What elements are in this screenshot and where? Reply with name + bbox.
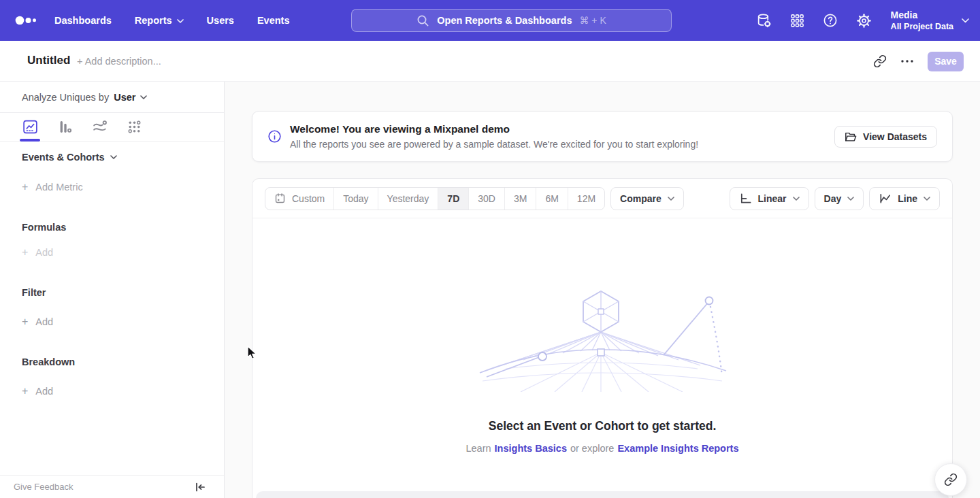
data-connections-icon[interactable]	[755, 12, 772, 29]
date-range-6m[interactable]: 6M	[536, 188, 567, 210]
settings-gear-icon[interactable]	[855, 12, 872, 29]
example-insights-reports-link[interactable]: Example Insights Reports	[617, 443, 738, 454]
chevron-down-icon	[140, 95, 147, 99]
linear-axis-icon	[739, 192, 752, 205]
date-range-segmented-control: Custom Today Yesterday 7D 30D 3M 6M 12M	[265, 187, 605, 210]
date-range-7d[interactable]: 7D	[438, 188, 468, 210]
chevron-down-icon	[177, 19, 184, 23]
nav-item-dashboards[interactable]: Dashboards	[54, 15, 112, 26]
line-chart-icon	[879, 192, 892, 205]
save-button[interactable]: Save	[928, 52, 964, 71]
chevron-down-icon	[110, 155, 117, 159]
events-cohorts-section: Events & Cohorts	[22, 152, 117, 163]
share-link-fab[interactable]	[934, 463, 967, 496]
apps-grid-icon[interactable]	[789, 13, 805, 29]
give-feedback-link[interactable]: Give Feedback	[14, 482, 73, 492]
report-title[interactable]: Untitled	[27, 54, 70, 67]
search-icon	[416, 14, 429, 27]
date-range-yesterday[interactable]: Yesterday	[378, 188, 438, 210]
empty-state-heading: Select an Event or Cohort to get started…	[489, 419, 717, 433]
insights-report-panel: Custom Today Yesterday 7D 30D 3M 6M 12M …	[252, 178, 953, 498]
add-formula-button[interactable]: + Add	[22, 246, 53, 259]
empty-state: Select an Event or Cohort to get started…	[252, 290, 952, 454]
chart-toolbar: Custom Today Yesterday 7D 30D 3M 6M 12M …	[252, 179, 952, 218]
nav-item-users[interactable]: Users	[207, 15, 234, 26]
formulas-section: Formulas	[22, 222, 66, 233]
top-navbar: Dashboards Reports Users Events Open Rep…	[0, 0, 980, 41]
sidebar-footer: Give Feedback	[0, 475, 224, 498]
project-switcher[interactable]: Media All Project Data	[891, 9, 969, 32]
mixpanel-logo-icon[interactable]	[15, 15, 38, 26]
formulas-header: Formulas	[22, 222, 66, 233]
query-builder-sidebar: Analyze Uniques by User	[0, 82, 225, 498]
collapse-sidebar-icon[interactable]	[195, 482, 206, 493]
date-range-custom[interactable]: Custom	[265, 188, 333, 210]
events-cohorts-header[interactable]: Events & Cohorts	[22, 152, 117, 163]
search-shortcut: ⌘ + K	[579, 15, 606, 26]
banner-title: Welcome! You are viewing a Mixpanel demo	[290, 123, 698, 135]
compare-button[interactable]: Compare	[610, 187, 684, 210]
filter-section: Filter	[22, 287, 46, 298]
date-range-today[interactable]: Today	[333, 188, 377, 210]
search-placeholder: Open Reports & Dashboards	[437, 15, 572, 26]
date-range-3m[interactable]: 3M	[504, 188, 536, 210]
breakdown-header: Breakdown	[22, 356, 75, 367]
help-icon[interactable]	[822, 12, 838, 29]
nav-right-group: Media All Project Data	[755, 0, 969, 41]
analyze-uniques-selector[interactable]: Analyze Uniques by User	[0, 82, 224, 113]
analyze-by-value: User	[114, 92, 135, 103]
tab-bar-chart-view[interactable]	[55, 113, 74, 142]
add-breakdown-button[interactable]: + Add	[22, 385, 53, 397]
selected-tab-underline	[20, 139, 40, 142]
tab-flow-view[interactable]	[90, 113, 109, 142]
chevron-down-icon	[962, 18, 969, 23]
main-content: Welcome! You are viewing a Mixpanel demo…	[225, 82, 980, 498]
demo-welcome-banner: Welcome! You are viewing a Mixpanel demo…	[252, 111, 953, 162]
insights-basics-link[interactable]: Insights Basics	[495, 443, 567, 454]
chevron-down-icon	[793, 197, 800, 201]
nav-item-events[interactable]: Events	[257, 15, 290, 26]
view-datasets-button[interactable]: View Datasets	[834, 126, 937, 148]
calendar-icon	[274, 193, 286, 204]
empty-state-subtext: Learn Insights Basics or explore Example…	[466, 443, 738, 454]
chart-type-selector-button[interactable]: Line	[869, 187, 940, 210]
copy-link-icon[interactable]	[873, 54, 887, 68]
breakdown-section: Breakdown	[22, 356, 75, 367]
chevron-down-icon	[924, 197, 930, 201]
more-options-icon[interactable]	[900, 59, 914, 63]
granularity-selector-button[interactable]: Day	[815, 187, 864, 210]
nav-item-reports[interactable]: Reports	[135, 15, 184, 26]
nav-menu: Dashboards Reports Users Events	[54, 0, 289, 41]
scale-selector-button[interactable]: Linear	[730, 187, 809, 210]
date-range-30d[interactable]: 30D	[468, 188, 504, 210]
project-scope: All Project Data	[891, 21, 953, 32]
add-metric-button[interactable]: + Add Metric	[22, 181, 83, 193]
report-header: Untitled + Add description... Save	[0, 41, 980, 82]
chevron-down-icon	[847, 197, 854, 201]
date-range-12m[interactable]: 12M	[568, 188, 604, 210]
global-search-input[interactable]: Open Reports & Dashboards ⌘ + K	[351, 9, 672, 32]
report-description-field[interactable]: + Add description...	[77, 56, 161, 67]
bottom-sheet-edge[interactable]	[256, 491, 949, 498]
folder-icon	[845, 131, 857, 142]
filter-header: Filter	[22, 287, 46, 298]
empty-state-illustration	[473, 290, 732, 392]
tab-line-chart-view[interactable]	[20, 113, 39, 142]
tab-grid-view[interactable]	[125, 113, 144, 142]
add-filter-button[interactable]: + Add	[22, 316, 53, 328]
chevron-down-icon	[668, 197, 674, 201]
info-icon	[267, 129, 282, 144]
visualization-tabs	[0, 113, 224, 142]
project-name: Media	[891, 9, 953, 21]
banner-body: All the reports you see are powered by a…	[290, 139, 698, 150]
